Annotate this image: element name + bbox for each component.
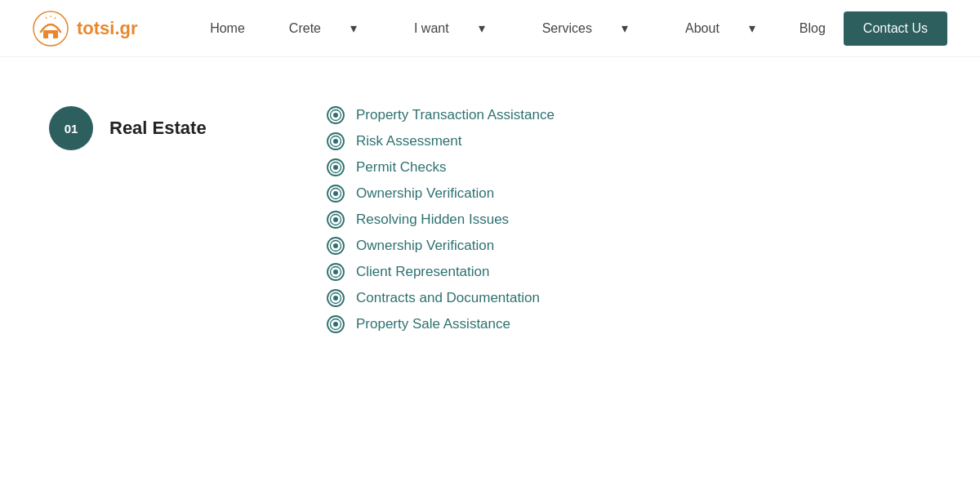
nav-link-crete[interactable]: Crete ▾ [263, 7, 383, 49]
svg-point-8 [333, 113, 338, 118]
service-label: Ownership Verification [356, 238, 494, 254]
list-item[interactable]: Permit Checks [327, 158, 931, 176]
svg-point-14 [333, 165, 338, 170]
nav-link-blog[interactable]: Blog [786, 15, 839, 42]
nav-item-contact[interactable]: Contact Us [844, 11, 947, 46]
radio-circle-icon [327, 106, 345, 124]
service-label: Property Sale Assistance [356, 316, 510, 332]
list-item[interactable]: Property Sale Assistance [327, 315, 931, 333]
section-number-badge: 01 [49, 106, 93, 150]
svg-point-32 [333, 322, 338, 327]
service-label: Contracts and Documentation [356, 290, 540, 306]
radio-circle-icon [327, 237, 345, 255]
list-item[interactable]: Client Representation [327, 263, 931, 281]
left-section: 01 Real Estate [49, 106, 261, 150]
svg-line-5 [46, 17, 47, 19]
list-item[interactable]: Ownership Verification [327, 185, 931, 203]
list-item[interactable]: Contracts and Documentation [327, 289, 931, 307]
svg-point-29 [333, 296, 338, 301]
nav-item-home[interactable]: Home [197, 15, 258, 42]
services-list-section: Property Transaction AssistanceRisk Asse… [327, 106, 931, 333]
chevron-down-icon: ▾ [466, 14, 498, 42]
service-label: Resolving Hidden Issues [356, 212, 509, 228]
list-item[interactable]: Resolving Hidden Issues [327, 211, 931, 229]
svg-point-11 [333, 139, 338, 144]
nav-links: Home Crete ▾ I want ▾ Services ▾ About ▾ [197, 7, 947, 49]
svg-point-23 [333, 243, 338, 248]
radio-circle-icon [327, 289, 345, 307]
nav-link-services[interactable]: Services ▾ [516, 7, 654, 49]
service-label: Permit Checks [356, 159, 447, 176]
contact-button[interactable]: Contact Us [844, 11, 947, 46]
nav-item-blog[interactable]: Blog [786, 15, 839, 42]
svg-point-20 [333, 217, 338, 222]
svg-rect-2 [48, 33, 53, 38]
chevron-down-icon: ▾ [337, 14, 370, 42]
nav-item-crete[interactable]: Crete ▾ [263, 7, 383, 49]
service-label: Ownership Verification [356, 185, 494, 202]
nav-link-about[interactable]: About ▾ [659, 7, 782, 49]
main-content: 01 Real Estate Property Transaction Assi… [0, 57, 980, 366]
section-title: Real Estate [109, 118, 207, 139]
nav-link-home[interactable]: Home [197, 15, 258, 42]
logo-icon [33, 11, 69, 47]
nav-item-services[interactable]: Services ▾ [516, 7, 654, 49]
logo-link[interactable]: totsi.gr [33, 11, 138, 47]
radio-circle-icon [327, 211, 345, 229]
radio-circle-icon [327, 158, 345, 176]
service-list: Property Transaction AssistanceRisk Asse… [327, 106, 931, 333]
radio-circle-icon [327, 132, 345, 150]
svg-point-17 [333, 191, 338, 196]
radio-circle-icon [327, 185, 345, 203]
chevron-down-icon: ▾ [736, 14, 768, 42]
svg-point-26 [333, 270, 338, 274]
chevron-down-icon: ▾ [608, 14, 641, 42]
navbar: totsi.gr Home Crete ▾ I want ▾ Services … [0, 0, 980, 57]
service-label: Property Transaction Assistance [356, 107, 555, 123]
svg-line-4 [55, 17, 56, 19]
list-item[interactable]: Ownership Verification [327, 237, 931, 255]
nav-item-iwant[interactable]: I want ▾ [388, 7, 511, 49]
list-item[interactable]: Property Transaction Assistance [327, 106, 931, 124]
list-item[interactable]: Risk Assessment [327, 132, 931, 150]
nav-link-iwant[interactable]: I want ▾ [388, 7, 511, 49]
radio-circle-icon [327, 263, 345, 281]
logo-text: totsi.gr [77, 18, 138, 39]
service-label: Risk Assessment [356, 133, 461, 149]
nav-item-about[interactable]: About ▾ [659, 7, 782, 49]
service-label: Client Representation [356, 264, 489, 280]
radio-circle-icon [327, 315, 345, 333]
